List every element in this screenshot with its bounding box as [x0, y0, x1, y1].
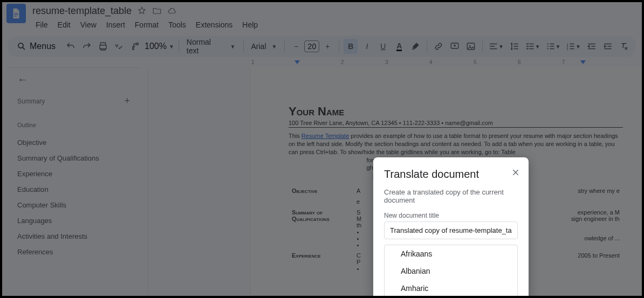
language-dropdown-list[interactable]: Afrikaans Albanian Amharic Arabic [384, 245, 518, 296]
new-document-title-input[interactable] [384, 221, 518, 239]
title-input-label: New document title [384, 212, 518, 219]
modal-scrim [2, 2, 642, 296]
language-option[interactable]: Albanian [385, 262, 517, 280]
close-icon [511, 168, 520, 177]
language-option[interactable]: Amharic [385, 280, 517, 296]
close-button[interactable] [510, 167, 521, 178]
app-window: resume-template_table File Edit View Ins… [2, 2, 642, 296]
dialog-title: Translate document [384, 168, 518, 181]
translate-dialog: Translate document Create a translated c… [373, 157, 529, 296]
dialog-description: Create a translated copy of the current … [384, 188, 518, 204]
language-option[interactable]: Afrikaans [385, 245, 517, 262]
